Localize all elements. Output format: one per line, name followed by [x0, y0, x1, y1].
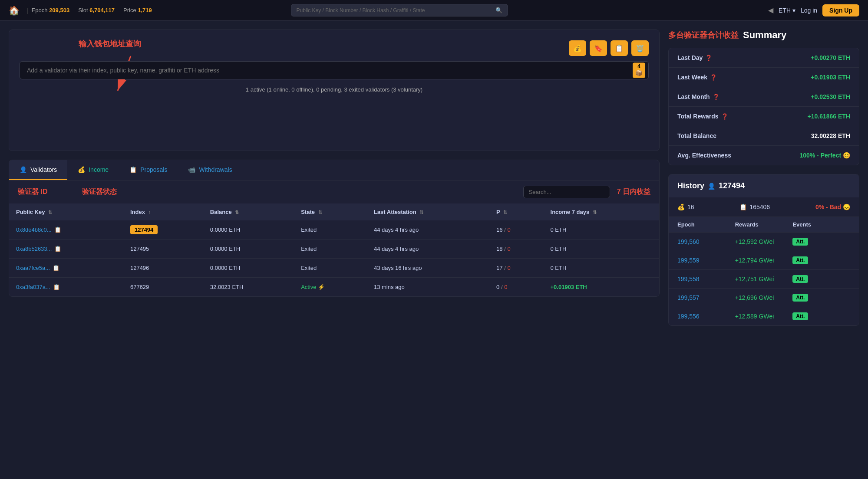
- epoch-link[interactable]: 199,557: [677, 294, 735, 301]
- validator-count-badge: 4 📦: [633, 62, 645, 78]
- search-bar[interactable]: Public Key / Block Number / Block Hash /…: [291, 4, 508, 16]
- col-income-7days: Income 7 days ⇅: [544, 203, 659, 220]
- sort-state-icon[interactable]: ⇅: [318, 210, 322, 215]
- income-cell: +0.01903 ETH: [544, 278, 659, 297]
- public-key-link[interactable]: 0xa3fa037a...: [16, 284, 50, 290]
- delete-tool-button[interactable]: 🗑️: [631, 40, 649, 56]
- copy-key-icon[interactable]: 📋: [53, 284, 60, 290]
- col-p: P ⇅: [489, 203, 543, 220]
- main-content: 输入钱包地址查询 💰 🔖 📋 🗑️: [0, 21, 868, 326]
- proposals-icon: 📋: [129, 166, 137, 173]
- money-tool-button[interactable]: 💰: [569, 40, 586, 56]
- summary-row: Last Week❓+0.01903 ETH: [669, 68, 859, 87]
- index-value: 127495: [130, 246, 149, 252]
- table-toolbar: 验证器 ID 验证器状态 7 日内收益: [9, 180, 659, 203]
- copy-key-icon[interactable]: 📋: [54, 246, 61, 252]
- history-table-header: Epoch Rewards Events: [669, 217, 859, 233]
- summary-label: Total Rewards❓: [677, 113, 728, 120]
- public-key-link[interactable]: 0x8de4b8c0...: [16, 226, 52, 233]
- p-cell: 16 / 0: [489, 220, 543, 240]
- sort-index-icon[interactable]: ↑: [149, 210, 151, 215]
- history-row: 199,560 +12,592 GWei Att.: [669, 233, 859, 251]
- sort-p-icon[interactable]: ⇅: [503, 210, 507, 215]
- history-bad-label: 0% - Bad 😞: [815, 203, 850, 210]
- col-public-key: Public Key ⇅: [9, 203, 123, 220]
- copy-tool-button[interactable]: 📋: [611, 40, 628, 56]
- copy-key-icon[interactable]: 📋: [54, 226, 61, 233]
- epoch-link[interactable]: 199,559: [677, 257, 735, 264]
- sort-public-key-icon[interactable]: ⇅: [48, 210, 52, 215]
- tab-income[interactable]: 💰 Income: [67, 160, 119, 180]
- info-icon[interactable]: ❓: [721, 113, 728, 120]
- balance-cell: 32.0023 ETH: [203, 278, 294, 297]
- public-key-link[interactable]: 0xa8b52633...: [16, 246, 52, 252]
- table-search-input[interactable]: [523, 186, 610, 198]
- epoch-link[interactable]: 199,556: [677, 313, 735, 320]
- state-cell: Exited: [294, 240, 367, 259]
- summary-row: Total Balance32.00228 ETH: [669, 126, 859, 146]
- back-arrow-icon[interactable]: ◀: [768, 6, 773, 14]
- attestation-cell: 13 mins ago: [367, 278, 489, 297]
- history-section: History 👤 127494 💰 16 📋 165406 0% - Bad …: [668, 174, 859, 326]
- history-row: 199,559 +12,794 GWei Att.: [669, 251, 859, 270]
- rewards-value: +12,794 GWei: [735, 257, 793, 264]
- history-stats: 💰 16 📋 165406 0% - Bad 😞: [669, 197, 859, 217]
- epoch-link[interactable]: 199,560: [677, 238, 735, 245]
- tab-validators[interactable]: 👤 Validators: [9, 160, 67, 180]
- history-box: History 👤 127494 💰 16 📋 165406 0% - Bad …: [668, 174, 859, 326]
- table-row: 0x8de4b8c0...📋1274940.0000 ETHExited44 d…: [9, 220, 659, 240]
- sort-attestation-icon[interactable]: ⇅: [419, 210, 423, 215]
- login-button[interactable]: Log in: [801, 7, 817, 14]
- rewards-value: +12,592 GWei: [735, 238, 793, 245]
- attestation-cell: 44 days 4 hrs ago: [367, 240, 489, 259]
- att-badge: Att.: [792, 312, 808, 320]
- sort-balance-icon[interactable]: ⇅: [235, 210, 239, 215]
- home-icon[interactable]: 🏠: [9, 5, 20, 16]
- summary-value: +0.02530 ETH: [811, 93, 850, 100]
- info-icon[interactable]: ❓: [705, 55, 712, 61]
- history-row: 199,558 +12,751 GWei Att.: [669, 270, 859, 289]
- tabs-section: 👤 Validators 💰 Income 📋 Proposals 📹 With…: [9, 160, 660, 297]
- validator-state-annotation: 验证器状态: [82, 187, 117, 197]
- history-doc-icon: 📋: [739, 203, 747, 210]
- rewards-value: +12,696 GWei: [735, 294, 793, 301]
- public-key-link[interactable]: 0xaa7fce5a...: [16, 265, 50, 271]
- summary-value: +10.61866 ETH: [808, 113, 850, 120]
- tab-proposals[interactable]: 📋 Proposals: [119, 160, 178, 180]
- epoch-link[interactable]: 199,558: [677, 276, 735, 282]
- p-cell: 17 / 0: [489, 259, 543, 278]
- signup-button[interactable]: Sign Up: [822, 4, 859, 16]
- epoch-stat: Epoch 209,503: [32, 7, 70, 13]
- history-money-icon: 💰: [677, 203, 685, 210]
- bookmark-tool-button[interactable]: 🔖: [590, 40, 607, 56]
- income-cell: 0 ETH: [544, 220, 659, 240]
- tab-withdrawals[interactable]: 📹 Withdrawals: [178, 160, 242, 180]
- tabs-header: 👤 Validators 💰 Income 📋 Proposals 📹 With…: [9, 160, 659, 180]
- eth-dropdown[interactable]: ETH ▾: [779, 7, 795, 14]
- table-row: 0xaa7fce5a...📋1274960.0000 ETHExited43 d…: [9, 259, 659, 278]
- balance-cell: 0.0000 ETH: [203, 259, 294, 278]
- summary-header: 多台验证器合计收益 Summary: [668, 30, 859, 41]
- left-panel: 输入钱包地址查询 💰 🔖 📋 🗑️: [0, 21, 668, 326]
- summary-chinese-label: 多台验证器合计收益: [668, 30, 739, 40]
- summary-row: Last Month❓+0.02530 ETH: [669, 87, 859, 107]
- income-7d-annotation: 7 日内收益: [617, 187, 650, 197]
- sort-income-icon[interactable]: ⇅: [593, 210, 597, 215]
- info-icon[interactable]: ❓: [713, 94, 719, 100]
- summary-value: +0.01903 ETH: [811, 74, 850, 81]
- summary-label: Avg. Effectiveness: [677, 152, 731, 159]
- balance-cell: 0.0000 ETH: [203, 240, 294, 259]
- copy-key-icon[interactable]: 📋: [53, 265, 59, 271]
- state-cell: Active ⚡: [294, 278, 367, 297]
- summary-label: Total Balance: [677, 132, 716, 139]
- rewards-value: +12,751 GWei: [735, 276, 793, 282]
- att-badge: Att.: [792, 256, 808, 264]
- validators-table: Public Key ⇅ Index ↑ Balance ⇅ State ⇅ L…: [9, 203, 659, 296]
- p-cell: 0 / 0: [489, 278, 543, 297]
- validator-input[interactable]: [20, 61, 649, 79]
- attestation-cell: 44 days 4 hrs ago: [367, 220, 489, 240]
- history-row: 199,557 +12,696 GWei Att.: [669, 289, 859, 307]
- slot-stat: Slot 6,704,117: [78, 7, 115, 13]
- history-stat-2: 📋 165406: [739, 203, 770, 210]
- info-icon[interactable]: ❓: [710, 74, 717, 81]
